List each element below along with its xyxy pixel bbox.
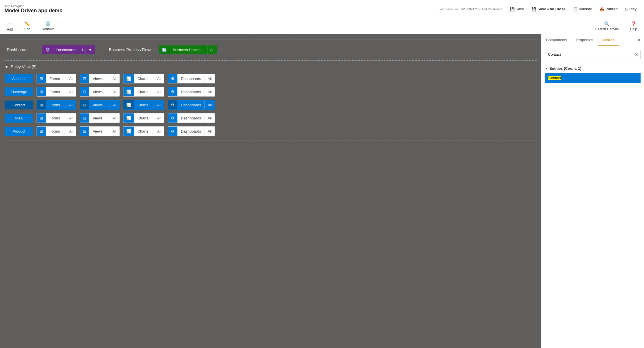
app-designer-label: App Designer [5,4,63,8]
forms-label: Forms [46,74,66,83]
forms-contact-button[interactable]: ⊞ Forms All [37,100,76,110]
tab-search[interactable]: Search [598,34,619,46]
views-contact-icon: ⊟ [80,100,89,109]
panel-tabs: Components Properties Search ✕ [541,34,644,46]
remove-icon: 🗑️ [45,21,51,27]
save-close-icon: 💾 [531,7,536,11]
publish-button[interactable]: 📤 Publish [597,5,621,13]
publish-icon: 📤 [599,7,604,11]
help-button[interactable]: ❓ Help [628,20,639,32]
canvas-area[interactable]: Dashboards 🔮 Dashboards 1 ▼ Business Pro… [0,34,541,348]
dashboards-idea-button[interactable]: ⚙ Dashboards All [168,113,215,123]
entity-challenge-button[interactable]: Challenge [5,87,33,96]
entities-collapse-icon: ▼ [545,67,548,70]
dashboards-label: Dashboards [7,47,35,52]
add-button[interactable]: ＋ Add [5,20,15,33]
dashboards-product-label: Dashboards [177,127,204,136]
entity-account-button[interactable]: Account [5,74,33,83]
forms-contact-badge: All [66,101,76,109]
views-contact-button[interactable]: ⊟ Views All [80,100,119,110]
save-close-button[interactable]: 💾 Save And Close [529,5,568,13]
views-account-button[interactable]: ⊟ Views All [80,74,119,83]
dashboards-account-button[interactable]: ⚙ Dashboards All [168,74,215,83]
forms-account-button[interactable]: ⊞ Forms All [37,74,76,83]
forms-icon: ⊞ [37,74,46,83]
entity-row-idea: Idea ⊞ Forms All ⊟ Views All 📊 Charts [5,113,537,123]
entities-results-header[interactable]: ▼ Entities (Count: 1) [545,66,641,71]
views-product-icon: ⊟ [80,127,89,136]
views-product-button[interactable]: ⊟ Views All [80,126,119,136]
dashboards-contact-badge: All [204,101,214,109]
search-clear-button[interactable]: ✕ [635,52,638,57]
remove-label: Remove [42,27,55,31]
forms-idea-icon: ⊞ [37,113,46,123]
search-input[interactable] [545,50,641,59]
charts-account-button[interactable]: 📊 Charts All [123,74,164,83]
help-label: Help [630,27,637,31]
app-info: App Designer Model Driven app demo [5,4,63,14]
charts-product-badge: All [154,127,164,136]
views-challenge-button[interactable]: ⊟ Views All [80,87,119,97]
entity-row-contact: Contact ⊞ Forms All ⊟ Views All 📊 Charts [5,100,537,110]
add-icon: ＋ [8,21,12,27]
forms-idea-label: Forms [46,114,66,123]
entity-contact-button[interactable]: Contact [5,101,33,109]
charts-contact-icon: 📊 [123,100,134,109]
bpf-badge: All [207,45,217,54]
app-title: Model Driven app demo [5,8,63,14]
charts-label: Charts [134,74,154,83]
charts-icon: 📊 [123,74,134,83]
forms-challenge-label: Forms [46,87,66,96]
entity-idea-button[interactable]: Idea [5,114,33,123]
dashboards-button[interactable]: 🔮 Dashboards 1 ▼ [42,45,95,54]
dashboards-challenge-icon: ⚙ [168,87,177,96]
panel-close-button[interactable]: ✕ [633,35,644,45]
dashboards-count: 1 [80,45,85,54]
edit-button[interactable]: ✏️ Edit [22,20,33,32]
forms-product-icon: ⊞ [37,127,46,136]
search-canvas-button[interactable]: 🔍 Search Canvas [593,20,621,32]
tab-components[interactable]: Components [541,34,572,46]
charts-product-button[interactable]: 📊 Charts All [123,126,164,136]
play-label: Play [629,7,637,11]
dashboards-product-icon: ⚙ [168,127,177,136]
remove-button[interactable]: 🗑️ Remove [39,20,57,32]
charts-challenge-button[interactable]: 📊 Charts All [123,87,164,97]
bpf-button[interactable]: 🔄 Business Proces... All [159,45,217,54]
entity-result-highlight: Contact [548,76,561,80]
charts-product-label: Charts [134,127,154,136]
views-idea-label: Views [89,114,109,123]
charts-idea-badge: All [154,114,164,123]
validate-button[interactable]: 📋 Validate [570,5,595,13]
save-button[interactable]: 💾 Save [507,5,527,13]
save-close-label: Save And Close [537,7,565,11]
views-challenge-badge: All [109,87,119,96]
entity-result-contact[interactable]: Contact [545,73,641,83]
entity-header[interactable]: ▼ Entity View (5) [5,65,537,69]
dashboards-contact-button[interactable]: ⚙ Dashboards All [168,100,215,110]
last-saved-text: Last Saved on :7/20/2021 2:53 PM Publish… [439,7,502,11]
charts-contact-button[interactable]: 📊 Charts All [123,100,164,110]
forms-challenge-button[interactable]: ⊞ Forms All [37,87,76,97]
views-product-label: Views [89,127,109,136]
views-idea-button[interactable]: ⊟ Views All [80,113,119,123]
play-button[interactable]: ▷ Play [622,5,639,13]
forms-contact-icon: ⊞ [37,100,46,109]
views-challenge-icon: ⊟ [80,87,89,96]
forms-product-button[interactable]: ⊞ Forms All [37,126,76,136]
charts-idea-button[interactable]: 📊 Charts All [123,113,164,123]
charts-idea-label: Charts [134,114,154,123]
dashboards-product-button[interactable]: ⚙ Dashboards All [168,126,215,136]
views-product-badge: All [109,127,119,136]
dashboards-challenge-button[interactable]: ⚙ Dashboards All [168,87,215,97]
dashboards-idea-icon: ⚙ [168,113,177,123]
views-challenge-label: Views [89,87,109,96]
dashboards-comp-label: Dashboards [177,74,204,83]
views-icon: ⊟ [80,74,89,83]
forms-idea-button[interactable]: ⊞ Forms All [37,113,76,123]
forms-challenge-icon: ⊞ [37,87,46,96]
search-container: ✕ [541,46,644,63]
entity-product-button[interactable]: Product [5,127,33,136]
tab-properties[interactable]: Properties [572,34,598,46]
dashboards-btn-label: Dashboards [53,45,80,54]
